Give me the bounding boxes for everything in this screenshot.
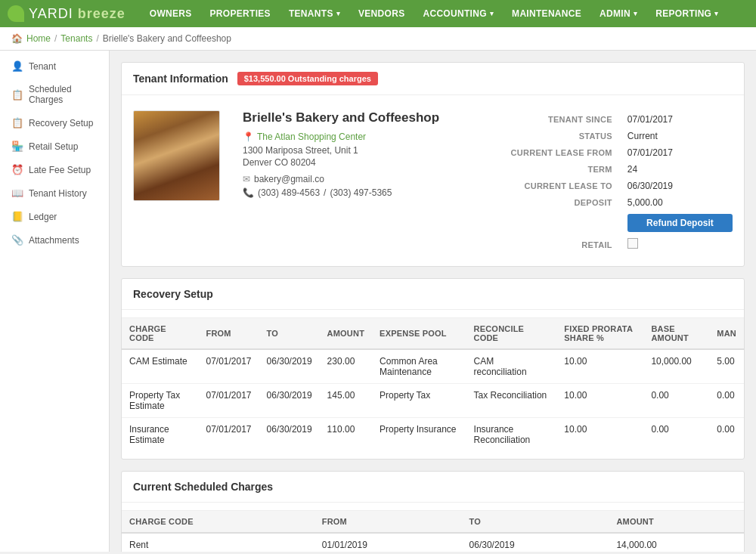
sidebar-item-late-fee-setup[interactable]: ⏰ Late Fee Setup	[0, 158, 109, 181]
tenant-email: ✉ bakery@gmail.co	[243, 174, 476, 184]
tenant-property-link[interactable]: 📍 The Atlan Shopping Center	[243, 132, 476, 142]
scheduled-charges-table: CHARGE CODE FROM TO AMOUNT Rent 01/01/20…	[122, 510, 744, 552]
sidebar-item-ledger[interactable]: 📒 Ledger	[0, 205, 109, 228]
sidebar-label-ledger: Ledger	[29, 212, 57, 222]
nav-tenants[interactable]: TENANTS▾	[280, 0, 349, 27]
term-label: TERM	[491, 165, 612, 174]
sidebar-label-retail-setup: Retail Setup	[29, 141, 78, 152]
cell-reconcile-code: CAM reconciliation	[466, 349, 557, 384]
refund-deposit-button[interactable]: Refund Deposit	[627, 214, 733, 232]
cell-to: 06/30/2019	[259, 384, 320, 418]
sidebar-item-scheduled-charges[interactable]: 📋 Scheduled Charges	[0, 78, 109, 111]
recovery-setup-icon: 📋	[11, 117, 23, 128]
cell-man: 5.00	[709, 349, 744, 384]
scheduled-charges-icon: 📋	[11, 89, 23, 101]
cell-to: 06/30/2019	[462, 533, 609, 552]
nav-admin[interactable]: ADMIN▾	[590, 0, 646, 27]
breadcrumb-home[interactable]: Home	[26, 33, 51, 44]
tenant-since-label: TENANT SINCE	[491, 115, 612, 124]
breadcrumb-current: Brielle's Bakery and Coffeeshop	[103, 33, 231, 44]
term-value: 24	[627, 164, 733, 175]
table-row: CAM Estimate 07/01/2017 06/30/2019 230.0…	[122, 349, 744, 384]
sidebar-label-tenant: Tenant	[29, 61, 56, 72]
col-man: MAN	[709, 318, 744, 350]
sidebar: 👤 Tenant 📋 Scheduled Charges 📋 Recovery …	[0, 51, 110, 552]
sc-col-charge-code: CHARGE CODE	[122, 511, 314, 534]
lease-to-value: 06/30/2019	[627, 181, 733, 191]
cell-base-amount: 0.00	[643, 384, 709, 418]
sidebar-label-attachments: Attachments	[29, 235, 79, 246]
nav-reporting[interactable]: REPORTING▾	[646, 0, 727, 27]
cell-charge-code: CAM Estimate	[122, 349, 198, 384]
tenant-phone: 📞 (303) 489-4563 / (303) 497-5365	[243, 187, 476, 198]
sidebar-item-recovery-setup[interactable]: 📋 Recovery Setup	[0, 111, 109, 135]
leaf-icon	[8, 5, 24, 22]
cell-reconcile-code: Tax Reconciliation	[466, 384, 557, 418]
cell-expense-pool: Common Area Maintenance	[372, 349, 466, 384]
ledger-icon: 📒	[11, 211, 23, 222]
cell-base-amount: 10,000.00	[643, 349, 709, 384]
sidebar-label-recovery-setup: Recovery Setup	[29, 118, 93, 128]
home-icon: 🏠	[11, 33, 23, 44]
table-row: Rent 01/01/2019 06/30/2019 14,000.00	[122, 533, 744, 552]
sidebar-item-retail-setup[interactable]: 🏪 Retail Setup	[0, 135, 109, 158]
cell-from: 07/01/2017	[198, 418, 259, 452]
property-link-text[interactable]: The Atlan Shopping Center	[257, 132, 366, 142]
nav-accounting[interactable]: ACCOUNTING▾	[414, 0, 503, 27]
retail-checkbox-box[interactable]	[627, 238, 638, 249]
app-logo[interactable]: YARDI breeze	[8, 5, 125, 22]
main-layout: 👤 Tenant 📋 Scheduled Charges 📋 Recovery …	[0, 51, 756, 552]
retail-label: RETAIL	[491, 240, 612, 249]
nav-items: OWNERS PROPERTIES TENANTS▾ VENDORS ACCOU…	[141, 0, 748, 27]
nav-properties[interactable]: PROPERTIES	[201, 0, 280, 27]
cell-fixed-prorata: 10.00	[556, 384, 643, 418]
sidebar-label-late-fee: Late Fee Setup	[29, 165, 91, 175]
tenant-info-header: Tenant Information $13,550.00 Outstandin…	[122, 63, 744, 95]
recovery-setup-title: Recovery Setup	[133, 288, 213, 300]
attachments-icon: 📎	[11, 234, 23, 246]
tenant-details-right: TENANT SINCE 07/01/2017 STATUS Current C…	[491, 110, 733, 251]
nav-maintenance[interactable]: MAINTENANCE	[503, 0, 590, 27]
scheduled-charges-title: Current Scheduled Charges	[133, 481, 273, 493]
lease-from-label: CURRENT LEASE FROM	[491, 148, 612, 157]
cell-expense-pool: Property Tax	[372, 384, 466, 418]
status-label: STATUS	[491, 132, 612, 141]
cell-man: 0.00	[709, 418, 744, 452]
nav-owners[interactable]: OWNERS	[141, 0, 201, 27]
cell-amount: 230.00	[320, 349, 372, 384]
col-to: TO	[259, 318, 320, 350]
cell-from: 07/01/2017	[198, 384, 259, 418]
cell-amount: 14,000.00	[609, 533, 744, 552]
sc-col-amount: AMOUNT	[609, 511, 744, 534]
main-content: Tenant Information $13,550.00 Outstandin…	[110, 51, 756, 552]
cell-base-amount: 0.00	[643, 418, 709, 452]
col-reconcile-code: RECONCILE CODE	[466, 318, 557, 350]
tenant-details-left: Brielle's Bakery and Coffeeshop 📍 The At…	[235, 110, 476, 198]
scheduled-charges-header: Current Scheduled Charges	[122, 472, 744, 503]
retail-setup-icon: 🏪	[11, 141, 23, 152]
status-value: Current	[627, 131, 733, 141]
cell-expense-pool: Property Insurance	[372, 418, 466, 452]
tenant-info-card: Tenant Information $13,550.00 Outstandin…	[121, 62, 745, 267]
scheduled-charges-body: CHARGE CODE FROM TO AMOUNT Rent 01/01/20…	[122, 503, 744, 552]
cell-fixed-prorata: 10.00	[556, 349, 643, 384]
late-fee-icon: ⏰	[11, 164, 23, 175]
outstanding-badge: $13,550.00 Outstanding charges	[237, 72, 378, 85]
breadcrumb-tenants[interactable]: Tenants	[60, 33, 92, 44]
recovery-setup-body: CHARGE CODE FROM TO AMOUNT EXPENSE POOL …	[122, 310, 744, 459]
sidebar-item-attachments[interactable]: 📎 Attachments	[0, 228, 109, 252]
sidebar-item-tenant[interactable]: 👤 Tenant	[0, 54, 109, 78]
deposit-label: DEPOSIT	[491, 198, 612, 207]
col-base-amount: BASE AMOUNT	[643, 318, 709, 350]
cell-from: 01/01/2019	[314, 533, 462, 552]
logo-text: YARDI breeze	[29, 6, 125, 22]
nav-vendors[interactable]: VENDORS	[349, 0, 414, 27]
tenant-icon: 👤	[11, 60, 23, 72]
recovery-setup-table: CHARGE CODE FROM TO AMOUNT EXPENSE POOL …	[122, 317, 744, 451]
tenant-photo-inner	[134, 111, 219, 200]
cell-amount: 110.00	[320, 418, 372, 452]
retail-checkbox[interactable]	[627, 238, 733, 251]
sidebar-item-tenant-history[interactable]: 📖 Tenant History	[0, 181, 109, 205]
recovery-setup-card: Recovery Setup CHARGE CODE FROM TO AMOUN…	[121, 278, 745, 460]
sidebar-label-tenant-history: Tenant History	[29, 188, 87, 199]
